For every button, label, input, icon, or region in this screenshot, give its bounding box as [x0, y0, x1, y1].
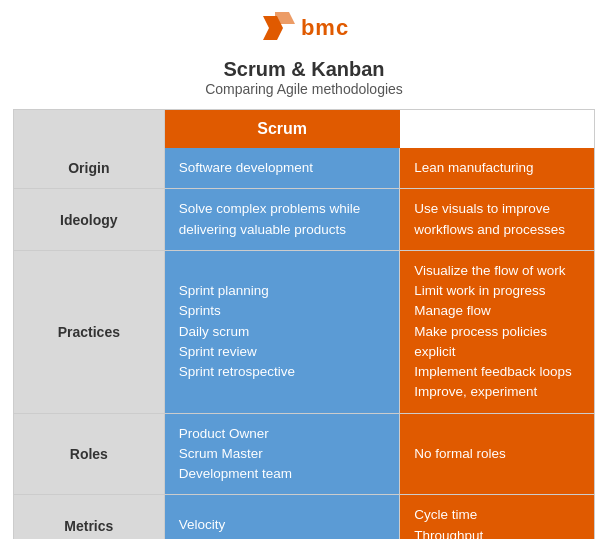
kanban-cell-ideology: Use visuals to improve workflows and pro…: [400, 189, 595, 251]
row-label-roles: Roles: [14, 413, 165, 495]
table-row: OriginSoftware developmentLean manufactu…: [14, 148, 595, 189]
row-label-origin: Origin: [14, 148, 165, 189]
scrum-cell-metrics: Velocity: [164, 495, 400, 539]
table-row: PracticesSprint planningSprintsDaily scr…: [14, 250, 595, 413]
scrum-cell-origin: Software development: [164, 148, 400, 189]
page-header: Scrum & Kanban Comparing Agile methodolo…: [10, 58, 598, 97]
table-row: IdeologySolve complex problems while del…: [14, 189, 595, 251]
logo: bmc: [259, 10, 349, 46]
kanban-cell-origin: Lean manufacturing: [400, 148, 595, 189]
scrum-cell-ideology: Solve complex problems while delivering …: [164, 189, 400, 251]
table-row: MetricsVelocityCycle timeThroughput: [14, 495, 595, 539]
empty-header: [14, 110, 165, 149]
scrum-cell-practices: Sprint planningSprintsDaily scrumSprint …: [164, 250, 400, 413]
row-label-practices: Practices: [14, 250, 165, 413]
comparison-table: Scrum Kanban OriginSoftware developmentL…: [13, 109, 595, 539]
kanban-header: Kanban: [400, 110, 595, 149]
kanban-cell-practices: Visualize the flow of workLimit work in …: [400, 250, 595, 413]
svg-marker-1: [275, 12, 295, 24]
row-label-metrics: Metrics: [14, 495, 165, 539]
kanban-cell-metrics: Cycle timeThroughput: [400, 495, 595, 539]
scrum-cell-roles: Product OwnerScrum MasterDevelopment tea…: [164, 413, 400, 495]
kanban-cell-roles: No formal roles: [400, 413, 595, 495]
page-subtitle: Comparing Agile methodologies: [10, 81, 598, 97]
table-row: RolesProduct OwnerScrum MasterDevelopmen…: [14, 413, 595, 495]
header-area: bmc: [259, 10, 349, 50]
logo-text: bmc: [301, 15, 349, 41]
page-title: Scrum & Kanban: [10, 58, 598, 81]
bmc-logo-icon: [259, 10, 295, 46]
row-label-ideology: Ideology: [14, 189, 165, 251]
scrum-header: Scrum: [164, 110, 400, 149]
